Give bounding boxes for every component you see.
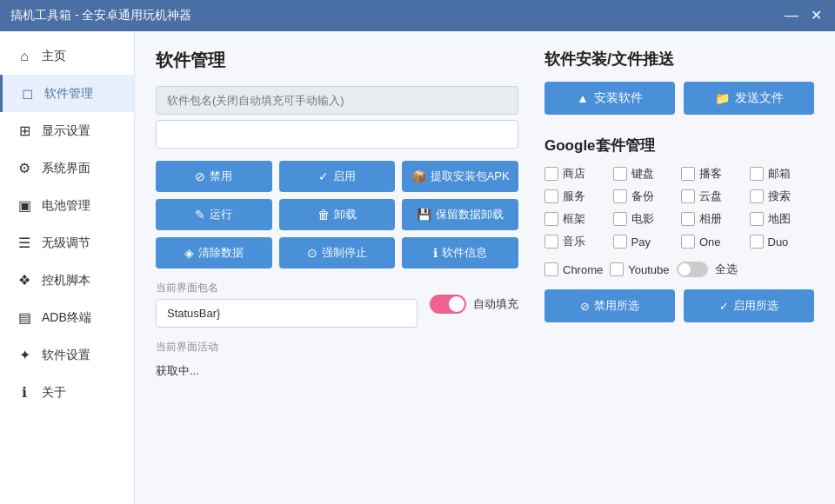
disable-label: 禁用 [210, 169, 232, 184]
adb-icon: ▤ [16, 309, 33, 326]
battery-icon: ▣ [16, 197, 33, 214]
enable-icon: ✓ [719, 300, 729, 313]
appinfo-label: 软件信息 [442, 245, 487, 261]
sidebar-item-battery[interactable]: ▣电池管理 [0, 187, 134, 224]
appinfo-icon: ℹ [433, 246, 438, 260]
send-label: 发送文件 [735, 90, 784, 106]
send-icon: 📁 [715, 91, 730, 105]
send-file-button[interactable]: 📁 发送文件 [684, 82, 814, 115]
checkbox-player[interactable] [681, 167, 695, 181]
appinfo-button[interactable]: ℹ软件信息 [402, 237, 518, 269]
enable-button[interactable]: ✓启用 [279, 161, 396, 192]
checkbox-movies[interactable] [613, 212, 627, 226]
checkbox-pay[interactable] [613, 235, 627, 249]
activity-value: 获取中... [156, 358, 518, 384]
checkbox-chrome[interactable] [544, 262, 558, 276]
cb-label-player: 播客 [699, 166, 722, 182]
software-icon: ◻ [18, 85, 36, 102]
disable-label: 禁用所选 [594, 298, 639, 314]
autofill-section: 当前界面包名 StatusBar} 自动填充 [156, 281, 518, 328]
sidebar-label-adb: ADB终端 [42, 310, 91, 326]
google-action-buttons: ⊘ 禁用所选 ✓ 启用所选 [544, 289, 814, 322]
run-label: 运行 [210, 207, 232, 222]
google-cb-framework: 框架 [544, 211, 610, 227]
checkbox-backup[interactable] [613, 189, 627, 203]
pkg-value-input[interactable]: StatusBar} [156, 120, 518, 149]
autofill-toggle-switch[interactable] [430, 295, 466, 314]
google-cb-drive: 云盘 [681, 189, 746, 204]
select-all-toggle[interactable] [677, 262, 708, 277]
checkbox-store[interactable] [544, 167, 558, 181]
sidebar-item-about[interactable]: ℹ关于 [0, 374, 134, 411]
cb-label-movies: 电影 [631, 211, 654, 227]
sidebar-item-advanced[interactable]: ☰无级调节 [0, 224, 134, 262]
checkbox-drive[interactable] [681, 189, 695, 203]
cb-label-chrome: Chrome [563, 263, 603, 276]
install-buttons: ▲ 安装软件 📁 发送文件 [544, 82, 814, 115]
forcestop-button[interactable]: ⊙强制停止 [279, 237, 396, 269]
keepdata-button[interactable]: 💾保留数据卸载 [402, 199, 518, 230]
display-icon: ⊞ [16, 123, 33, 139]
cb-label-keyboard: 键盘 [631, 166, 654, 182]
sidebar-item-system[interactable]: ⚙系统界面 [0, 149, 134, 187]
checkbox-music[interactable] [544, 235, 558, 249]
keepdata-icon: 💾 [417, 208, 431, 222]
checkbox-maps[interactable] [750, 212, 764, 226]
google-cb-one: One [681, 234, 746, 249]
install-software-button[interactable]: ▲ 安装软件 [544, 82, 675, 115]
close-button[interactable]: ✕ [807, 9, 825, 23]
sidebar-label-software: 软件管理 [44, 86, 93, 102]
sidebar-label-control: 控机脚本 [42, 273, 90, 288]
checkbox-service[interactable] [544, 189, 558, 203]
checkbox-one[interactable] [681, 235, 695, 249]
control-icon: ❖ [16, 272, 33, 288]
google-cb-pay: Pay [613, 234, 678, 249]
cleardata-button[interactable]: ◈清除数据 [156, 237, 272, 269]
checkbox-framework[interactable] [544, 212, 558, 226]
disable-selected-button[interactable]: ⊘ 禁用所选 [544, 289, 675, 322]
cleardata-icon: ◈ [184, 246, 194, 260]
disable-button[interactable]: ⊘禁用 [156, 161, 272, 192]
sidebar-item-settings[interactable]: ✦软件设置 [0, 336, 134, 374]
sidebar-item-adb[interactable]: ▤ADB终端 [0, 299, 134, 336]
checkbox-youtube[interactable] [610, 262, 624, 276]
checkbox-mail[interactable] [750, 167, 764, 181]
install-label: 安装软件 [594, 90, 643, 106]
enable-selected-button[interactable]: ✓ 启用所选 [684, 289, 814, 322]
cb-label-one: One [699, 235, 721, 249]
sidebar-label-settings: 软件设置 [42, 348, 90, 363]
google-cb-movies: 电影 [613, 211, 678, 227]
install-icon: ▲ [577, 91, 589, 105]
sidebar-label-advanced: 无级调节 [42, 235, 90, 251]
sidebar-label-system: 系统界面 [42, 161, 90, 176]
cb-label-duo: Duo [768, 235, 789, 249]
uninstall-button[interactable]: 🗑卸载 [279, 199, 396, 230]
checkbox-keyboard[interactable] [613, 167, 627, 181]
left-panel: 软件管理 StatusBar} ⊘禁用✓启用📦提取安装包APK✎运行🗑卸载💾保留… [156, 49, 518, 487]
cb-label-store: 商店 [563, 166, 585, 182]
google-cb-photos: 相册 [681, 211, 746, 227]
google-checkboxes: 商店键盘播客邮箱服务备份云盘搜索框架电影相册地图音乐PayOneDuo [544, 166, 814, 249]
sidebar-item-display[interactable]: ⊞显示设置 [0, 112, 134, 149]
sidebar-item-home[interactable]: ⌂主页 [0, 38, 134, 75]
google-cb-backup: 备份 [613, 189, 678, 204]
activity-section: 当前界面活动 获取中... [156, 340, 518, 384]
checkbox-search[interactable] [750, 189, 764, 203]
enable-label: 启用 [333, 169, 356, 184]
cb-label-photos: 相册 [699, 211, 722, 227]
system-icon: ⚙ [16, 160, 33, 176]
sidebar-item-control[interactable]: ❖控机脚本 [0, 262, 134, 299]
extract-button[interactable]: 📦提取安装包APK [402, 161, 518, 192]
sidebar-item-software[interactable]: ◻软件管理 [0, 75, 134, 112]
checkbox-photos[interactable] [681, 212, 695, 226]
google-cb-store: 商店 [544, 166, 610, 182]
pkg-placeholder-input[interactable] [156, 86, 518, 115]
content-area: 软件管理 StatusBar} ⊘禁用✓启用📦提取安装包APK✎运行🗑卸载💾保留… [135, 31, 835, 504]
cb-label-framework: 框架 [563, 211, 585, 227]
keepdata-label: 保留数据卸载 [436, 207, 504, 222]
action-buttons-grid: ⊘禁用✓启用📦提取安装包APK✎运行🗑卸载💾保留数据卸载◈清除数据⊙强制停止ℹ软… [156, 161, 518, 269]
run-button[interactable]: ✎运行 [156, 199, 272, 230]
sidebar-label-about: 关于 [42, 385, 66, 401]
checkbox-duo[interactable] [750, 235, 764, 249]
minimize-button[interactable]: — [783, 9, 800, 23]
